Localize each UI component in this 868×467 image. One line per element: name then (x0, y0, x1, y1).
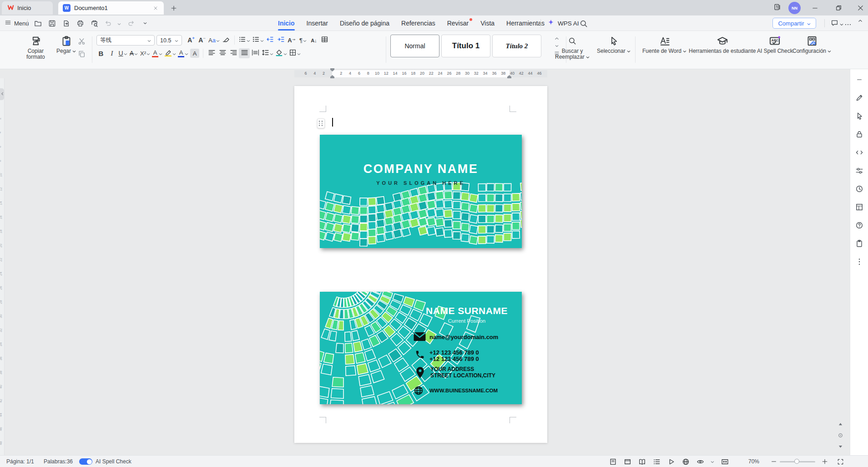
lock-icon[interactable] (855, 130, 863, 138)
minimize-button[interactable] (807, 0, 823, 15)
italic-button[interactable]: I (106, 48, 117, 58)
collapse-panel-handle[interactable] (0, 88, 4, 100)
horizontal-ruler[interactable]: 6422468101214161820222426283032343638404… (5, 69, 850, 78)
decrease-indent-button[interactable] (265, 35, 276, 45)
save-icon[interactable] (47, 18, 57, 28)
style-t1[interactable]: Título 1 (441, 35, 490, 57)
restore-button[interactable] (831, 0, 846, 15)
tab-revisar[interactable]: Revisar (441, 15, 474, 30)
next-page-button[interactable] (836, 442, 844, 450)
more-options-button[interactable] (844, 21, 852, 28)
align-center-button[interactable] (217, 48, 228, 58)
tab-inicio[interactable]: Inicio (272, 15, 301, 30)
char-shading-box-button[interactable]: A (189, 48, 200, 58)
printer-icon[interactable] (75, 18, 85, 28)
main-menu-button[interactable]: Menú (5, 18, 29, 28)
configuration-button[interactable]: Configuración (790, 34, 834, 56)
zoom-in-button[interactable] (821, 457, 829, 466)
undo-button[interactable] (103, 18, 113, 28)
customize-toolbar-chevron[interactable] (140, 18, 150, 28)
font-decrease-button[interactable]: A− (197, 35, 207, 45)
collapse-ribbon-button[interactable] (858, 19, 863, 22)
document-tab[interactable]: W Documento1 (58, 1, 164, 15)
code-icon[interactable] (855, 148, 863, 157)
previous-page-button[interactable] (836, 421, 844, 428)
print-preview-icon[interactable] (89, 18, 99, 28)
table-grid-button[interactable] (319, 35, 330, 45)
chevron-down-icon[interactable] (117, 20, 122, 27)
page-layout-icon[interactable] (855, 203, 863, 211)
fit-width-icon[interactable] (721, 457, 729, 466)
sliders-icon[interactable] (855, 167, 863, 175)
numbered-list-button[interactable] (251, 35, 265, 45)
business-card-back[interactable]: NAME SURNAME Current Position name@yourd… (320, 292, 522, 404)
align-justify-button[interactable] (239, 48, 250, 58)
paragraph-drag-handle[interactable] (317, 118, 325, 128)
underline-button[interactable]: U (117, 48, 128, 58)
comments-button[interactable] (831, 19, 843, 28)
close-tab-icon[interactable] (152, 5, 159, 12)
select-browse-object-button[interactable] (836, 431, 844, 439)
folder-open-icon[interactable] (33, 18, 43, 28)
bold-button[interactable]: B (96, 48, 106, 58)
char-effect-button[interactable]: A (151, 48, 163, 58)
page-indicator[interactable]: Página: 1/1 (6, 458, 34, 465)
style-t2[interactable]: Título 2 (492, 35, 541, 57)
strikethrough-button[interactable]: A (128, 48, 139, 58)
read-book-icon[interactable] (638, 457, 646, 466)
search-icon[interactable] (579, 19, 589, 29)
tab-herramientas[interactable]: Herramientas (500, 15, 550, 30)
line-spacing-button[interactable] (261, 48, 274, 58)
fullscreen-button[interactable] (836, 457, 844, 466)
export-icon[interactable] (61, 18, 71, 28)
font-size-select[interactable]: 10.5 (156, 35, 182, 46)
format-painter-button[interactable]: Copiarformato (24, 34, 48, 61)
close-window-button[interactable] (853, 0, 868, 15)
ai-spell-check-toggle[interactable] (79, 458, 92, 465)
zoom-level[interactable]: 70% (748, 458, 759, 465)
home-tab[interactable]: Inicio (2, 1, 53, 15)
tab-insertar[interactable]: Insertar (301, 15, 334, 30)
cut-button[interactable] (76, 36, 86, 46)
student-tools-button[interactable]: Herramientas de estudiante (686, 34, 758, 56)
borders-button[interactable] (288, 48, 302, 58)
style-normal[interactable]: Normal (390, 35, 439, 57)
paragraph-mark-button[interactable]: ¶ (298, 35, 308, 45)
web-globe-icon[interactable] (681, 457, 690, 466)
sort-az-button[interactable]: A↓ (308, 35, 319, 45)
tab-referencias[interactable]: Referencias (395, 15, 441, 30)
more-dots-icon[interactable] (855, 258, 863, 266)
window-stack-icon[interactable] (773, 3, 781, 12)
page-layout2-icon[interactable] (623, 457, 631, 466)
change-case-button[interactable]: Aa (207, 35, 221, 45)
document-canvas[interactable]: 2468101214161820222426283032343638404244… (0, 78, 850, 455)
help-icon[interactable] (855, 221, 863, 229)
paste-button[interactable]: Pegar (54, 34, 79, 56)
copy-button[interactable] (76, 49, 86, 58)
shading-button[interactable] (274, 48, 288, 58)
word-font-button[interactable]: Fuente de Word (640, 34, 689, 56)
find-replace-button[interactable]: Buscar yReemplazar (552, 34, 592, 61)
zoom-out-button[interactable] (770, 457, 778, 466)
autoplay-icon[interactable] (667, 457, 675, 466)
page-select-icon[interactable] (609, 457, 617, 466)
history-icon[interactable] (855, 185, 863, 193)
business-card-front[interactable]: COMPANY NAME YOUR SLOGAN HERE (320, 135, 522, 248)
document-page[interactable]: COMPANY NAME YOUR SLOGAN HERE NAME SURNA… (294, 86, 547, 443)
chevron-down-icon[interactable] (711, 458, 714, 465)
redo-button[interactable] (126, 18, 136, 28)
eye-protect-icon[interactable] (696, 457, 704, 466)
select-arrow-icon[interactable] (855, 112, 863, 120)
font-increase-button[interactable]: A+ (186, 35, 197, 45)
highlighter-button[interactable] (163, 48, 177, 58)
align-left-button[interactable] (206, 48, 217, 58)
select-button[interactable]: Seleccionar (594, 34, 633, 56)
outline-list-icon[interactable] (652, 457, 661, 466)
font-color-button[interactable]: A (177, 48, 189, 58)
text-layout-button[interactable]: A (287, 35, 298, 45)
bullet-list-button[interactable] (237, 35, 251, 45)
pen-icon[interactable] (855, 94, 863, 102)
font-name-select[interactable]: 等线 (96, 35, 155, 46)
superscript-button[interactable]: X² (139, 48, 151, 58)
minus-icon[interactable] (855, 76, 863, 84)
